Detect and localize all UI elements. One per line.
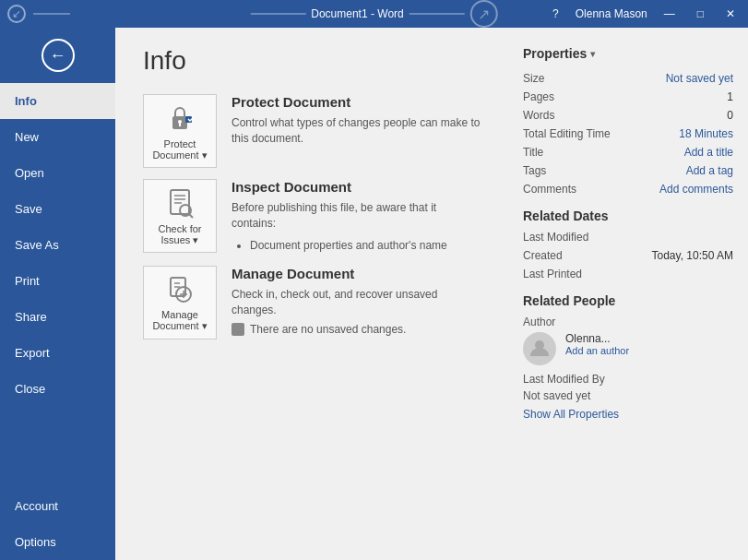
protect-document-button[interactable]: ProtectDocument ▾ [143, 94, 217, 168]
prop-size-label: Size [523, 72, 606, 85]
prop-words-row: Words 0 [523, 109, 733, 122]
decor-arrow-left: ↙ [7, 5, 26, 23]
prop-last-modified-row: Last Modified [523, 231, 733, 244]
manage-document-desc: Check in, check out, and recover unsaved… [232, 287, 481, 318]
sidebar-item-open[interactable]: Open [0, 155, 115, 191]
right-panel: Properties ▾ Size Not saved yet Pages 1 … [508, 28, 748, 560]
protect-document-card: ProtectDocument ▾ Protect Document Contr… [143, 94, 481, 168]
sidebar-spacer [0, 407, 115, 488]
sidebar-item-save-as[interactable]: Save As [0, 227, 115, 263]
sidebar-item-share[interactable]: Share [0, 299, 115, 335]
prop-size-row: Size Not saved yet [523, 72, 733, 85]
prop-editing-time-value[interactable]: 18 Minutes [679, 127, 733, 140]
sidebar-back[interactable]: ← [0, 28, 115, 83]
manage-document-heading: Manage Document [232, 266, 481, 281]
prop-words-label: Words [523, 109, 606, 122]
protect-document-heading: Protect Document [232, 94, 481, 110]
sidebar-item-options[interactable]: Options [0, 524, 115, 560]
protect-document-label: ProtectDocument ▾ [152, 138, 207, 161]
inspect-icon [163, 186, 196, 220]
inspect-document-card: Check forIssues ▾ Inspect Document Befor… [143, 179, 481, 255]
related-people-header: Related People [523, 293, 733, 308]
related-dates-header: Related Dates [523, 209, 733, 223]
check-for-issues-label: Check forIssues ▾ [158, 223, 201, 246]
minimize-button[interactable]: — [659, 6, 681, 22]
title-bar: ↙ Document1 - Word ↗ ? Olenna Mason — □ … [0, 0, 748, 28]
properties-chevron: ▾ [590, 49, 595, 59]
prop-last-modified-label: Last Modified [523, 231, 606, 244]
inspect-document-desc: Before publishing this file, be aware th… [232, 200, 481, 232]
prop-title-row: Title Add a title [523, 146, 733, 159]
manage-document-card: ManageDocument ▾ Manage Document Check i… [143, 266, 481, 340]
prop-tags-label: Tags [523, 164, 606, 177]
sidebar-item-print[interactable]: Print [0, 263, 115, 299]
inspect-list-item-1: Document properties and author's name [250, 237, 481, 255]
prop-title-value[interactable]: Add a title [684, 146, 733, 159]
properties-header: Properties ▾ [523, 46, 733, 61]
prop-comments-row: Comments Add comments [523, 183, 733, 196]
inspect-document-text: Inspect Document Before publishing this … [232, 179, 481, 255]
prop-title-label: Title [523, 146, 606, 159]
decor-line-3 [410, 13, 465, 15]
inspect-document-heading: Inspect Document [232, 179, 481, 195]
maximize-button[interactable]: □ [692, 6, 709, 22]
author-label: Author [523, 316, 733, 328]
manage-document-text: Manage Document Check in, check out, and… [232, 266, 481, 337]
prop-size-value[interactable]: Not saved yet [666, 72, 733, 85]
back-arrow-icon: ← [50, 46, 66, 66]
prop-pages-row: Pages 1 [523, 90, 733, 103]
last-modified-by-section: Last Modified By Not saved yet [523, 373, 733, 402]
prop-editing-time-label: Total Editing Time [523, 127, 611, 140]
no-changes-text: There are no unsaved changes. [250, 323, 406, 336]
related-people: Author Olenna... Add an author Last Mo [523, 316, 733, 402]
help-button[interactable]: ? [547, 6, 564, 22]
show-all-properties-link[interactable]: Show All Properties [523, 408, 619, 421]
prop-tags-value[interactable]: Add a tag [686, 164, 733, 177]
back-button[interactable]: ← [42, 39, 75, 72]
manage-document-button[interactable]: ManageDocument ▾ [143, 266, 217, 340]
sidebar-item-info[interactable]: Info [0, 83, 115, 119]
sidebar-item-account[interactable]: Account [0, 488, 115, 524]
inspect-document-list: Document properties and author's name [232, 237, 481, 255]
last-modified-by-value: Not saved yet [523, 389, 733, 402]
prop-words-value: 0 [727, 109, 733, 122]
protect-icon [163, 101, 196, 135]
add-author-link[interactable]: Add an author [565, 345, 629, 356]
protect-document-text: Protect Document Control what types of c… [232, 94, 481, 147]
sidebar-item-save[interactable]: Save [0, 191, 115, 227]
protect-document-desc: Control what types of changes people can… [232, 115, 481, 147]
prop-pages-value: 1 [727, 90, 733, 103]
title-bar-decoration-left: ↙ [7, 5, 70, 23]
avatar-icon [528, 338, 551, 360]
decor-arrow-right: ↗ [470, 0, 498, 28]
sidebar-item-close[interactable]: Close [0, 371, 115, 407]
title-bar-center: Document1 - Word ↗ [250, 0, 497, 28]
prop-comments-label: Comments [523, 183, 606, 196]
prop-tags-row: Tags Add a tag [523, 164, 733, 177]
author-info: Olenna... Add an author [565, 332, 629, 356]
manage-document-label: ManageDocument ▾ [152, 309, 207, 332]
main-layout: ← Info New Open Save Save As Print Share… [0, 28, 748, 560]
left-content: Info ProtectDocument ▾ Protect Documen [115, 28, 508, 560]
prop-pages-label: Pages [523, 90, 606, 103]
prop-created-row: Created Today, 10:50 AM [523, 249, 733, 262]
sidebar-item-new[interactable]: New [0, 119, 115, 155]
author-name: Olenna... [565, 332, 629, 345]
check-for-issues-button[interactable]: Check forIssues ▾ [143, 179, 217, 253]
close-button[interactable]: ✕ [720, 6, 741, 22]
sidebar: ← Info New Open Save Save As Print Share… [0, 28, 115, 560]
sidebar-item-export[interactable]: Export [0, 335, 115, 371]
author-row: Olenna... Add an author [523, 332, 733, 365]
title-bar-right: ? Olenna Mason — □ ✕ [547, 6, 741, 22]
no-changes-icon [232, 323, 244, 336]
prop-comments-value[interactable]: Add comments [659, 183, 733, 196]
document-title: Document1 - Word [311, 7, 403, 20]
page-title: Info [143, 46, 481, 76]
decor-line-2 [250, 13, 305, 15]
prop-last-printed-row: Last Printed [523, 268, 733, 280]
last-modified-by-label: Last Modified By [523, 373, 733, 386]
user-name: Olenna Mason [576, 7, 647, 20]
svg-rect-2 [179, 123, 181, 126]
related-dates: Last Modified Created Today, 10:50 AM La… [523, 231, 733, 280]
prop-last-printed-label: Last Printed [523, 268, 606, 280]
